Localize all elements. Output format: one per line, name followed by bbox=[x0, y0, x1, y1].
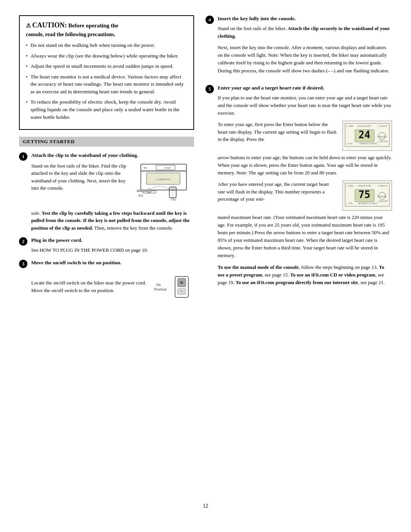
caution-bullet-3: Adjust the speed in small increments to … bbox=[26, 62, 187, 70]
svg-text:Key: Key bbox=[138, 194, 143, 197]
svg-text:s. TIME: s. TIME bbox=[347, 125, 354, 127]
step-4-content: Insert the key fully into the console. S… bbox=[218, 15, 392, 78]
svg-rect-8 bbox=[137, 190, 148, 192]
heart-rate-text: After you have entered your age, the cur… bbox=[218, 181, 337, 203]
step-4-para2: Next, insert the key into the console. A… bbox=[218, 44, 392, 75]
getting-started-bar: GETTING STARTED bbox=[19, 137, 194, 147]
caution-bullet-4: The heart rate monitor is not a medical … bbox=[26, 73, 187, 96]
step-2: 2 Plug in the power cord. See HOW TO PLU… bbox=[19, 237, 194, 254]
step-3-number: 3 bbox=[19, 260, 27, 268]
console-display-2-svg: s. TIME □ HEART RATE ▽ ABOVE 75 TARGET △… bbox=[344, 182, 390, 207]
step-5: 5 Enter your age and a target heart rate… bbox=[206, 85, 392, 290]
step-2-body: See HOW TO PLUG IN THE POWER CORD on pag… bbox=[31, 246, 194, 254]
svg-text:□ HEART RATE: □ HEART RATE bbox=[357, 185, 371, 187]
caution-bullets-list: Do not stand on the walking belt when tu… bbox=[26, 42, 187, 121]
svg-text:BT: BT bbox=[144, 166, 148, 169]
caution-subtitle: console, read the following precautions. bbox=[26, 32, 187, 38]
step-5-para4: To use the manual mode of the console, f… bbox=[218, 264, 392, 286]
svg-text:□ HEART RATE: □ HEART RATE bbox=[357, 125, 371, 127]
left-column: ⚠ CAUTION: Before operating the console,… bbox=[19, 15, 194, 492]
two-column-layout: ⚠ CAUTION: Before operating the console,… bbox=[19, 15, 392, 492]
caution-word: CAUTION: bbox=[32, 21, 67, 29]
on-position-diagram: On Position bbox=[152, 269, 194, 305]
caution-bullet-1: Do not stand on the walking belt when tu… bbox=[26, 42, 187, 49]
console-display-1-svg: s. TIME □ HEART RATE ▽ ABOVE 24 TA bbox=[344, 123, 390, 147]
key-clip-svg: BT STOP A. HIGH TO: bbox=[133, 162, 194, 208]
step-5-content: Enter your age and a target heart rate i… bbox=[218, 85, 392, 290]
step-3-text: Locate the on/off switch on the hiker ne… bbox=[31, 279, 148, 294]
caution-title: ⚠ CAUTION: Before operating the bbox=[26, 21, 187, 29]
step-3-row: Locate the on/off switch on the hiker ne… bbox=[31, 269, 194, 305]
step-1-number: 1 bbox=[19, 152, 27, 161]
svg-text:TARGET: TARGET bbox=[377, 195, 387, 198]
caution-box: ⚠ CAUTION: Before operating the console,… bbox=[19, 15, 194, 130]
svg-text:Clip: Clip bbox=[170, 198, 176, 201]
svg-text:STOP: STOP bbox=[164, 166, 171, 169]
age-entry-after: arrow buttons to enter your age; the but… bbox=[218, 154, 392, 177]
svg-text:Position: Position bbox=[154, 287, 167, 291]
step-3-title: Move the on/off switch to the on positio… bbox=[31, 259, 194, 267]
svg-text:■ TARGET (% MAX): ■ TARGET (% MAX) bbox=[358, 202, 378, 205]
age-entry-row: To enter your age, first press the Enter… bbox=[218, 121, 392, 151]
step-2-title: Plug in the power cord. bbox=[31, 237, 194, 244]
step-4: 4 Insert the key fully into the console.… bbox=[206, 15, 392, 78]
key-clip-diagram: BT STOP A. HIGH TO: bbox=[133, 162, 194, 209]
age-entry-before: To enter your age, first press the Enter… bbox=[218, 121, 336, 142]
svg-text:□ AGE: □ AGE bbox=[347, 142, 353, 145]
on-position-svg: On Position bbox=[152, 269, 194, 303]
step-5-number: 5 bbox=[206, 85, 214, 93]
svg-text:▽ ABOVE: ▽ ABOVE bbox=[378, 125, 388, 127]
step-1-text: Stand on the foot rails of the hiker. Fi… bbox=[31, 162, 129, 192]
svg-text:On: On bbox=[156, 283, 161, 287]
svg-text:s. TIME: s. TIME bbox=[347, 185, 354, 187]
svg-text:24: 24 bbox=[358, 129, 370, 141]
svg-point-22 bbox=[180, 290, 183, 292]
right-column: 4 Insert the key fully into the console.… bbox=[206, 15, 392, 492]
console-display-2: s. TIME □ HEART RATE ▽ ABOVE 75 TARGET △… bbox=[342, 181, 392, 211]
svg-point-10 bbox=[148, 190, 150, 192]
step-1-body-before: Stand on the foot rails of the hiker. Fi… bbox=[31, 163, 126, 191]
step-1-title: Attach the clip to the waistband of your… bbox=[31, 152, 194, 159]
heart-rate-after: mated maximum heart rate. (Your estimate… bbox=[218, 214, 392, 260]
svg-point-20 bbox=[180, 281, 183, 284]
svg-text:A. HIGH TO:: A. HIGH TO: bbox=[156, 178, 171, 181]
caution-bullet-5: To reduce the possibility of electric sh… bbox=[26, 98, 187, 121]
step-2-number: 2 bbox=[19, 237, 27, 246]
heart-rate-row: After you have entered your age, the cur… bbox=[218, 181, 392, 211]
svg-text:□ AGE: □ AGE bbox=[347, 202, 353, 204]
svg-text:TARGET: TARGET bbox=[377, 135, 387, 138]
console-display-1: s. TIME □ HEART RATE ▽ ABOVE 24 TA bbox=[342, 121, 392, 151]
step-1-content: Attach the clip to the waistband of your… bbox=[31, 152, 194, 232]
svg-text:△ BELOW: △ BELOW bbox=[378, 200, 388, 202]
svg-text:△ BELOW: △ BELOW bbox=[378, 140, 388, 142]
age-entry-text: To enter your age, first press the Enter… bbox=[218, 121, 337, 143]
heart-rate-before: After you have entered your age, the cur… bbox=[218, 181, 329, 202]
step-2-content: Plug in the power cord. See HOW TO PLUG … bbox=[31, 237, 194, 254]
step-5-title: Enter your age and a target heart rate i… bbox=[218, 85, 392, 92]
caution-title-rest: Before operating the bbox=[68, 22, 118, 29]
step-3-content: Move the on/off switch to the on positio… bbox=[31, 259, 194, 305]
step-3: 3 Move the on/off switch to the on posit… bbox=[19, 259, 194, 305]
step-1-image-row: Stand on the foot rails of the hiker. Fi… bbox=[31, 162, 194, 209]
caution-bullet-2: Always wear the clip (see the drawing be… bbox=[26, 52, 187, 60]
step-4-para1: Stand on the foot rails of the hiker. At… bbox=[218, 25, 392, 40]
step-4-number: 4 bbox=[206, 16, 214, 24]
step-4-title: Insert the key fully into the console. bbox=[218, 15, 392, 22]
svg-text:□ TARGET (% MAX): □ TARGET (% MAX) bbox=[358, 142, 378, 145]
warning-icon: ⚠ bbox=[26, 22, 31, 29]
page-container: ⚠ CAUTION: Before operating the console,… bbox=[0, 0, 411, 532]
step-1: 1 Attach the clip to the waistband of yo… bbox=[19, 152, 194, 232]
svg-text:▽ ABOVE: ▽ ABOVE bbox=[378, 185, 388, 187]
step-5-para1: If you plan to use the heart rate monito… bbox=[218, 94, 392, 117]
step-1-body-after: sole. Test the clip by carefully taking … bbox=[31, 209, 194, 232]
svg-text:75: 75 bbox=[358, 189, 370, 200]
page-number: 12 bbox=[19, 503, 392, 509]
